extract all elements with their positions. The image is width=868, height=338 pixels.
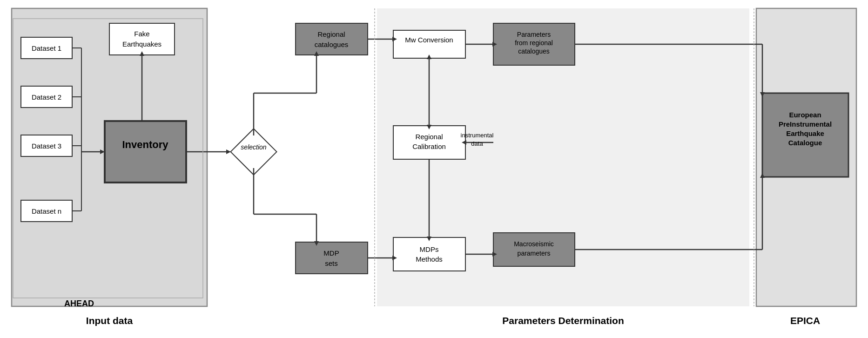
svg-text:Parameters Determination: Parameters Determination <box>502 315 624 326</box>
diagram-container: Dataset 1 Dataset 2 Dataset 3 Dataset n … <box>0 0 868 338</box>
svg-text:Fake: Fake <box>134 30 149 38</box>
svg-rect-78 <box>762 93 848 177</box>
svg-text:PreInstrumental: PreInstrumental <box>779 120 832 128</box>
svg-marker-22 <box>140 51 144 56</box>
svg-marker-35 <box>314 51 319 56</box>
svg-text:Earthquakes: Earthquakes <box>122 40 161 48</box>
svg-text:EPICA: EPICA <box>790 315 820 326</box>
svg-marker-59 <box>427 125 431 129</box>
svg-rect-18 <box>109 23 175 55</box>
svg-text:Catalogue: Catalogue <box>788 139 822 147</box>
svg-marker-88 <box>760 173 765 178</box>
svg-rect-5 <box>21 135 72 156</box>
svg-marker-68 <box>392 256 397 260</box>
svg-rect-0 <box>12 8 207 306</box>
svg-marker-42 <box>314 241 319 246</box>
svg-text:MDPs: MDPs <box>420 245 439 253</box>
svg-text:Parameters: Parameters <box>517 31 551 38</box>
svg-rect-48 <box>493 23 575 65</box>
svg-text:Dataset 2: Dataset 2 <box>32 93 61 101</box>
svg-rect-43 <box>377 8 749 306</box>
svg-marker-53 <box>492 42 497 47</box>
svg-rect-29 <box>296 23 368 55</box>
svg-rect-92 <box>13 19 203 298</box>
svg-text:Macroseismic: Macroseismic <box>514 240 554 248</box>
svg-marker-15 <box>100 149 105 154</box>
svg-text:catalogues: catalogues <box>518 47 550 55</box>
svg-rect-71 <box>493 233 575 266</box>
svg-text:parameters: parameters <box>518 250 551 257</box>
svg-marker-47 <box>392 37 397 41</box>
svg-rect-44 <box>393 30 465 58</box>
svg-text:selection: selection <box>241 143 266 151</box>
svg-text:Input data: Input data <box>86 315 133 326</box>
svg-text:Dataset 1: Dataset 1 <box>32 44 61 52</box>
svg-marker-26 <box>226 149 231 154</box>
svg-rect-36 <box>296 242 368 274</box>
svg-text:catalogues: catalogues <box>315 41 349 48</box>
svg-text:MDP: MDP <box>323 249 339 257</box>
svg-text:Inventory: Inventory <box>122 139 168 150</box>
svg-rect-7 <box>21 200 72 222</box>
svg-text:Regional: Regional <box>317 30 345 38</box>
svg-text:Calibration: Calibration <box>412 142 446 150</box>
svg-marker-85 <box>760 92 765 97</box>
svg-text:Earthquake: Earthquake <box>786 129 824 137</box>
svg-text:Dataset 3: Dataset 3 <box>32 142 61 150</box>
svg-text:sets: sets <box>325 259 338 267</box>
svg-text:Methods: Methods <box>416 255 443 263</box>
svg-text:AHEAD: AHEAD <box>64 299 94 308</box>
diagram-svg: Dataset 1 Dataset 2 Dataset 3 Dataset n … <box>0 0 868 338</box>
svg-text:Dataset n: Dataset n <box>32 207 61 215</box>
svg-text:from regional: from regional <box>515 39 553 47</box>
svg-text:instrumental: instrumental <box>461 132 494 139</box>
svg-rect-77 <box>756 8 856 306</box>
svg-rect-3 <box>21 86 72 108</box>
svg-marker-61 <box>462 140 466 145</box>
svg-rect-1 <box>21 37 72 59</box>
svg-rect-64 <box>393 237 465 271</box>
svg-rect-54 <box>393 126 465 159</box>
svg-rect-16 <box>105 121 186 183</box>
svg-text:Regional: Regional <box>415 133 443 141</box>
svg-rect-27 <box>231 129 277 175</box>
svg-text:data: data <box>471 140 483 147</box>
svg-marker-75 <box>492 252 497 257</box>
svg-text:Mw Conversion: Mw Conversion <box>405 36 453 44</box>
svg-marker-70 <box>427 237 431 241</box>
svg-text:European: European <box>789 111 821 119</box>
svg-marker-58 <box>427 54 431 59</box>
